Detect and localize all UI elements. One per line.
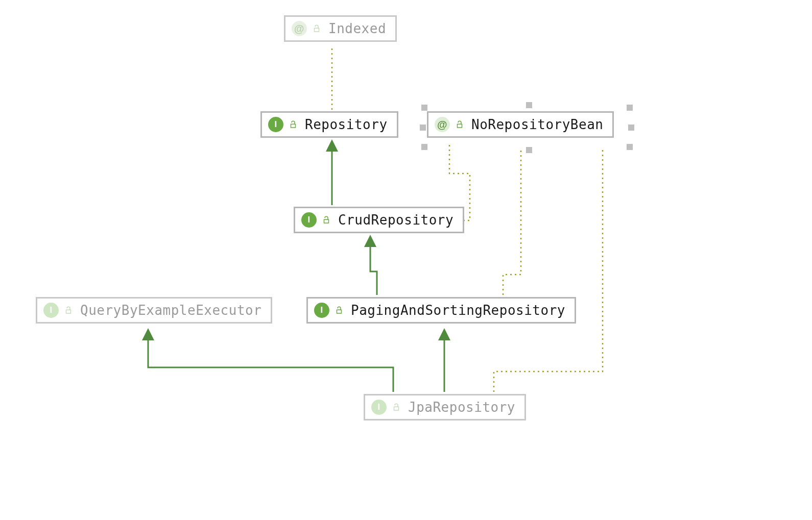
selection-handle-sw[interactable] [421, 144, 427, 150]
class-diagram-canvas[interactable]: @ Indexed I Repository @ NoRepositoryBea… [0, 0, 812, 520]
node-querybyexampleexecutor[interactable]: I QueryByExampleExecutor [36, 297, 272, 324]
interface-icon: I [268, 117, 283, 132]
node-repository[interactable]: I Repository [260, 111, 398, 138]
interface-icon: I [371, 400, 387, 415]
edge-jpa-to-norepobean [494, 148, 603, 392]
node-norepositorybean[interactable]: @ NoRepositoryBean [427, 111, 614, 138]
node-label: Repository [305, 117, 388, 132]
selection-handle-nw[interactable] [421, 105, 427, 111]
node-indexed[interactable]: @ Indexed [284, 15, 397, 42]
selection-handle-se[interactable] [627, 144, 633, 150]
node-label: CrudRepository [338, 213, 453, 228]
unlock-icon [392, 403, 401, 412]
unlock-icon [312, 24, 321, 33]
interface-icon: I [314, 303, 329, 318]
node-crudrepository[interactable]: I CrudRepository [294, 207, 464, 233]
unlock-icon [64, 306, 73, 315]
node-label: QueryByExampleExecutor [80, 303, 261, 318]
node-label: Indexed [328, 21, 386, 36]
node-pagingandsortingrepository[interactable]: I PagingAndSortingRepository [306, 297, 576, 324]
annotation-icon: @ [435, 117, 450, 132]
edge-jpa-to-qbe [148, 334, 393, 392]
node-jparepository[interactable]: I JpaRepository [364, 394, 526, 420]
interface-icon: I [43, 303, 59, 318]
selection-handle-s[interactable] [526, 147, 532, 153]
selection-handle-w[interactable] [420, 125, 426, 131]
interface-icon: I [301, 212, 317, 228]
node-label: NoRepositoryBean [471, 117, 603, 132]
unlock-icon [455, 120, 464, 129]
diagram-connectors [0, 0, 812, 520]
unlock-icon [322, 215, 331, 225]
edge-paging-to-crud [370, 241, 377, 295]
edge-paging-to-norepobean [503, 148, 521, 295]
unlock-icon [335, 306, 344, 315]
node-label: PagingAndSortingRepository [351, 303, 565, 318]
selection-handle-ne[interactable] [627, 105, 633, 111]
unlock-icon [289, 120, 298, 129]
selection-handle-e[interactable] [628, 125, 634, 131]
selection-handle-n[interactable] [526, 102, 532, 108]
annotation-icon: @ [292, 21, 307, 36]
node-label: JpaRepository [408, 400, 515, 415]
